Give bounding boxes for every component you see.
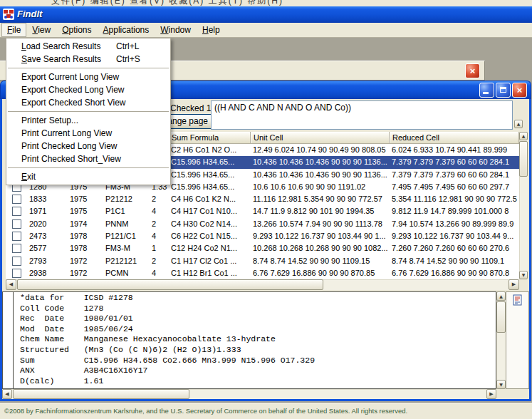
table-row[interactable]: 1833 1975 P21212 2 C4 H6 Co1 K2 N... 11.… — [6, 193, 519, 205]
scroll-left-arrow-icon[interactable]: ◀ — [2, 389, 12, 399]
cell-unit-cell: 14.7 11.9 9.812 90 101 90 1994.35 — [251, 205, 390, 217]
cell-sum-formula: C4 H30 Co2 N14... — [169, 218, 251, 230]
cell-spacegroup: P212121 — [103, 255, 150, 267]
status-bar: ©2008 by Fachinformationszentrum Karlsru… — [0, 402, 532, 419]
file-menu-item-label: Export Current Long View — [21, 72, 119, 82]
row-checkbox[interactable] — [12, 244, 21, 253]
table-row[interactable]: 2938 1972 PCMN 4 C1 H12 Br1 Co1 ... 6.76… — [6, 267, 519, 279]
cell-unit-cell: 10.6 10.6 10.6 90 90 90 1191.02 — [251, 181, 390, 193]
cell-sum-formula: C1 H17 Cl2 Co1 ... — [169, 255, 251, 267]
table-row[interactable]: 2577 1978 FM3-M 1 C12 H24 Co2 N1... 10.2… — [6, 242, 519, 254]
scroll-right-arrow-icon[interactable]: ▶ — [508, 279, 519, 290]
detail-line: Mod Date 1985/06/24 — [20, 324, 496, 335]
cell-reduced-cell: 6.024 6.933 10.74 90.441 89.999 — [390, 144, 519, 156]
file-menu-item[interactable]: Export Checked Short View — [6, 96, 170, 109]
close-icon: × — [513, 83, 526, 97]
menubar-item-file[interactable]: File — [1, 23, 26, 37]
file-menu-item[interactable]: Print Checked Long View — [6, 140, 170, 152]
scroll-down-arrow-icon[interactable]: ▼ — [496, 380, 506, 389]
scroll-down-arrow-icon[interactable]: ▼ — [519, 271, 528, 279]
cell-z: 4 — [150, 267, 169, 279]
row-checkbox-cell — [6, 230, 27, 242]
file-menu-item-label: Save Search Results — [21, 54, 101, 64]
main-title-bar[interactable]: FindIt — [0, 6, 532, 23]
detail-horizontal-scrollbar[interactable]: ◀ ▶ — [2, 389, 496, 399]
menubar-item-window[interactable]: Window — [155, 23, 197, 37]
file-menu-item[interactable]: Load Search ResultsCtrl+L — [6, 40, 170, 53]
cell-year: 1975 — [68, 193, 103, 205]
file-menu-item-label: Load Search Results — [21, 41, 100, 51]
cell-z: 2 — [150, 255, 169, 267]
menubar-item-key: W — [160, 25, 168, 35]
column-header-unit-cell[interactable]: Unit Cell — [251, 132, 390, 144]
table-horizontal-scrollbar[interactable]: ◀ ▶ — [6, 279, 519, 290]
cell-sum-formula: C6 H22 Co1 N15... — [169, 230, 251, 242]
cell-year: 1972 — [68, 255, 103, 267]
detail-hscroll-thumb[interactable] — [13, 389, 189, 399]
detail-vertical-scrollbar[interactable]: ▲ ▼ — [496, 291, 506, 389]
menubar-item-options[interactable]: Options — [56, 23, 97, 37]
menubar-item-rest: elp — [209, 25, 220, 35]
file-menu-item[interactable]: Print Current Long View — [6, 127, 170, 140]
row-checkbox-cell — [6, 193, 27, 205]
file-menu-item-shortcut: Ctrl+S — [116, 53, 140, 66]
detail-line: Sum C15.996 H34.658 Co2.666 Mn3.999 N15.… — [20, 356, 496, 366]
close-button[interactable]: × — [465, 63, 480, 78]
close-button[interactable]: × — [512, 83, 527, 98]
file-menu-item[interactable]: Exit — [6, 170, 170, 183]
cell-reduced-cell: 7.379 7.379 7.379 60 60 60 284.1 — [390, 169, 519, 181]
cell-sum-formula: C15.996 H34.65... — [169, 169, 251, 181]
detail-left-rule — [13, 292, 14, 388]
file-menu-item[interactable]: Print Checked Short_View — [6, 152, 170, 165]
cell-unit-cell: 13.266 10.574 7.94 90 90 90 1113.78 — [251, 218, 390, 230]
cell-unit-cell: 10.268 10.268 10.268 90 90 90 1082... — [251, 242, 390, 254]
row-checkbox[interactable] — [12, 232, 21, 241]
menubar-item-help[interactable]: Help — [197, 23, 226, 37]
column-header-sum-formula[interactable]: Sum Formula — [169, 132, 251, 144]
scroll-left-arrow-icon[interactable]: ◀ — [6, 279, 16, 290]
table-hscroll-thumb[interactable] — [17, 279, 323, 290]
cell-year: 1972 — [68, 267, 103, 279]
cell-reduced-cell: 9.812 11.9 14.7 89.999 101.000 8 — [390, 205, 519, 217]
menu-separator — [8, 167, 169, 168]
file-menu-item[interactable]: Printer Setup... — [6, 114, 170, 127]
minimize-icon — [483, 92, 489, 94]
cell-unit-cell: 10.436 10.436 10.436 90 90 90 1136... — [251, 169, 390, 181]
cell-unit-cell: 8.74 8.74 14.52 90 90 90 1109.15 — [251, 255, 390, 267]
menubar-item-applications[interactable]: Applications — [98, 23, 155, 37]
scroll-right-arrow-icon[interactable]: ▶ — [486, 389, 496, 399]
cell-collcode: 2577 — [27, 242, 68, 254]
table-vscroll-thumb[interactable] — [519, 141, 528, 177]
detail-vscroll-thumb[interactable] — [496, 301, 506, 333]
query-input[interactable]: ((H AND C AND N AND O AND Co)) — [211, 100, 513, 130]
row-checkbox[interactable] — [12, 219, 21, 229]
cell-reduced-cell: 7.495 7.495 7.495 60 60 60 297.7 — [390, 181, 519, 193]
menubar-item-view[interactable]: View — [26, 23, 56, 37]
maximize-button[interactable] — [496, 83, 511, 98]
table-row[interactable]: 1971 1975 P1C1 4 C4 H17 Co1 N10... 14.7 … — [6, 205, 519, 217]
row-checkbox[interactable] — [12, 269, 21, 278]
file-menu-item[interactable]: Export Checked Long View — [6, 83, 170, 96]
cell-z: 4 — [150, 230, 169, 242]
report-page-icon[interactable] — [513, 294, 523, 306]
file-menu-item[interactable]: Export Current Long View — [6, 71, 170, 83]
scroll-up-arrow-icon[interactable]: ▲ — [496, 291, 506, 301]
row-checkbox[interactable] — [12, 207, 21, 216]
cell-year: 1978 — [68, 230, 103, 242]
cell-z: 2 — [150, 193, 169, 205]
table-row[interactable]: 2793 1972 P212121 2 C1 H17 Cl2 Co1 ... 8… — [6, 255, 519, 267]
detail-line: Chem Name Manganese Hexacyanocobaltate 1… — [20, 334, 496, 345]
scroll-up-arrow-icon[interactable]: ▲ — [519, 132, 528, 140]
row-checkbox[interactable] — [12, 257, 21, 266]
cell-collcode: 1833 — [27, 193, 68, 205]
column-header-reduced-cell[interactable]: Reduced Cell — [390, 132, 519, 144]
table-row[interactable]: 2020 1974 PNNM 2 C4 H30 Co2 N14... 13.26… — [6, 218, 519, 230]
table-vertical-scrollbar[interactable]: ▲ ▼ — [519, 132, 528, 279]
query-scroll-up-button[interactable]: ▲ — [514, 120, 523, 128]
minimize-button[interactable] — [479, 83, 494, 98]
menubar-item-rest: indow — [169, 25, 191, 35]
file-menu-item[interactable]: Save Search ResultsCtrl+S — [6, 53, 170, 66]
table-row[interactable]: 2473 1978 P121/C1 4 C6 H22 Co1 N15... 9.… — [6, 230, 519, 242]
row-checkbox[interactable] — [12, 195, 21, 204]
cell-reduced-cell: 7.94 10.574 13.266 90 89.999 89.9 — [390, 218, 519, 230]
